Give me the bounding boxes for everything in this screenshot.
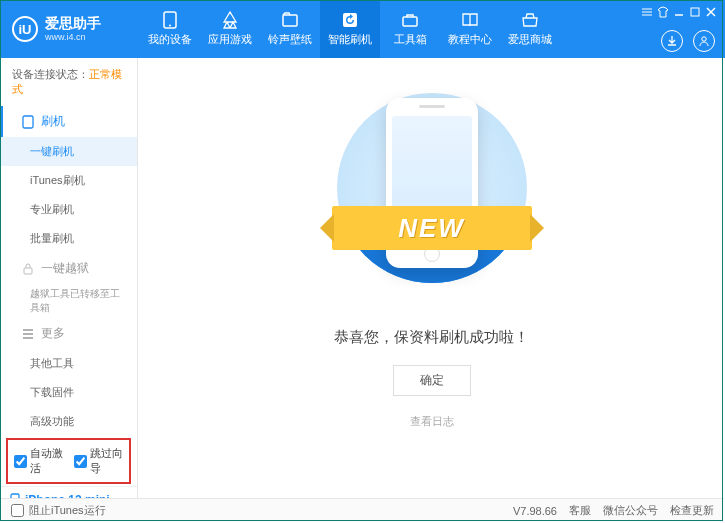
- nav-tutorials[interactable]: 教程中心: [440, 0, 500, 58]
- sidebar-item-pro[interactable]: 专业刷机: [0, 195, 137, 224]
- svg-rect-2: [283, 15, 297, 26]
- window-controls: [641, 6, 717, 18]
- svg-point-1: [169, 25, 171, 27]
- nav-store[interactable]: 爱思商城: [500, 0, 560, 58]
- app-site: www.i4.cn: [45, 32, 101, 42]
- sidebar-item-oneclick[interactable]: 一键刷机: [0, 137, 137, 166]
- apps-icon: [220, 11, 240, 29]
- banner-text: NEW: [398, 213, 465, 244]
- phone-small-icon: [22, 115, 34, 129]
- logo-icon: iU: [12, 16, 38, 42]
- sidebar-item-itunes[interactable]: iTunes刷机: [0, 166, 137, 195]
- user-button[interactable]: [693, 30, 715, 52]
- sidebar-item-download[interactable]: 下载固件: [0, 378, 137, 407]
- list-icon: [22, 328, 34, 340]
- nav-my-device[interactable]: 我的设备: [140, 0, 200, 58]
- nav-toolbox[interactable]: 工具箱: [380, 0, 440, 58]
- sidebar-item-advanced[interactable]: 高级功能: [0, 407, 137, 436]
- main-content: NEW 恭喜您，保资料刷机成功啦！ 确定 查看日志: [138, 58, 725, 498]
- app-name: 爱思助手: [45, 16, 101, 31]
- checkbox-block-itunes[interactable]: 阻止iTunes运行: [11, 503, 106, 518]
- nav-ringtones[interactable]: 铃声壁纸: [260, 0, 320, 58]
- nav-flash[interactable]: 智能刷机: [320, 0, 380, 58]
- maximize-icon[interactable]: [689, 6, 701, 18]
- folder-icon: [280, 11, 300, 29]
- ok-button[interactable]: 确定: [393, 365, 471, 396]
- section-more[interactable]: 更多: [0, 318, 137, 349]
- sidebar-item-other[interactable]: 其他工具: [0, 349, 137, 378]
- success-message: 恭喜您，保资料刷机成功啦！: [334, 328, 529, 347]
- download-button[interactable]: [661, 30, 683, 52]
- book-icon: [460, 11, 480, 29]
- wechat-link[interactable]: 微信公众号: [603, 503, 658, 518]
- skin-icon[interactable]: [657, 6, 669, 18]
- sidebar: 设备连接状态：正常模式 刷机 一键刷机 iTunes刷机 专业刷机 批量刷机 一…: [0, 58, 138, 498]
- store-icon: [520, 11, 540, 29]
- main-nav: 我的设备 应用游戏 铃声壁纸 智能刷机 工具箱 教程中心 爱思商城: [140, 0, 560, 58]
- checkbox-skip-guide[interactable]: 跳过向导: [74, 446, 124, 476]
- check-update-link[interactable]: 检查更新: [670, 503, 714, 518]
- version-label: V7.98.66: [513, 505, 557, 517]
- svg-point-6: [702, 37, 706, 41]
- section-flash[interactable]: 刷机: [0, 106, 137, 137]
- svg-rect-5: [691, 8, 699, 16]
- success-illustration: NEW: [317, 88, 547, 288]
- close-icon[interactable]: [705, 6, 717, 18]
- status-bar: 阻止iTunes运行 V7.98.66 客服 微信公众号 检查更新: [1, 498, 724, 522]
- svg-rect-7: [23, 116, 33, 128]
- svg-rect-4: [403, 17, 417, 26]
- svg-rect-8: [24, 268, 32, 274]
- device-status: 设备连接状态：正常模式: [0, 58, 137, 106]
- support-link[interactable]: 客服: [569, 503, 591, 518]
- menu-icon[interactable]: [641, 6, 653, 18]
- jailbreak-note: 越狱工具已转移至工具箱: [0, 284, 137, 318]
- logo[interactable]: iU 爱思助手 www.i4.cn: [0, 16, 140, 42]
- toolbox-icon: [400, 11, 420, 29]
- sidebar-item-batch[interactable]: 批量刷机: [0, 224, 137, 253]
- refresh-icon: [340, 11, 360, 29]
- minimize-icon[interactable]: [673, 6, 685, 18]
- app-header: iU 爱思助手 www.i4.cn 我的设备 应用游戏 铃声壁纸 智能刷机 工具…: [0, 0, 725, 58]
- view-log-link[interactable]: 查看日志: [410, 414, 454, 429]
- section-jailbreak[interactable]: 一键越狱: [0, 253, 137, 284]
- lock-icon: [22, 263, 34, 275]
- options-box: 自动激活 跳过向导: [6, 438, 131, 484]
- checkbox-auto-activate[interactable]: 自动激活: [14, 446, 64, 476]
- phone-icon: [160, 11, 180, 29]
- nav-apps[interactable]: 应用游戏: [200, 0, 260, 58]
